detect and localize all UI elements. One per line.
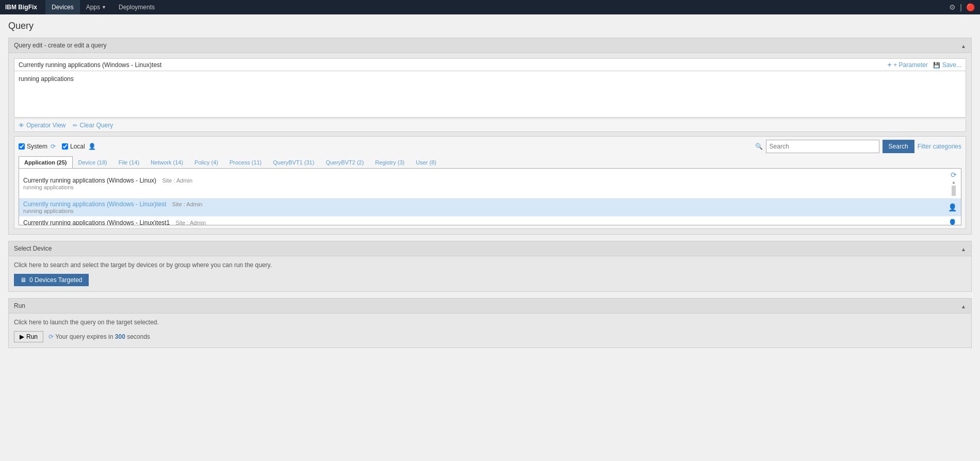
select-device-title: Select Device bbox=[14, 245, 52, 252]
save-icon bbox=[933, 61, 940, 69]
page-content: Query Query edit - create or edit a quer… bbox=[0, 14, 980, 360]
save-button[interactable]: Save... bbox=[933, 61, 961, 69]
search-button[interactable]: Search bbox=[883, 140, 914, 153]
tab-network[interactable]: Network (14) bbox=[145, 156, 189, 168]
run-collapse-icon[interactable] bbox=[961, 302, 966, 310]
page-title: Query bbox=[8, 21, 972, 31]
run-button[interactable]: ▶ Run bbox=[14, 331, 43, 342]
scroll-area bbox=[952, 186, 956, 196]
result-user-icon: 👤 bbox=[948, 203, 957, 211]
app-brand: IBM BigFix bbox=[5, 4, 37, 11]
tab-querybvt1[interactable]: QueryBVT1 (31) bbox=[267, 156, 320, 168]
clear-query-button[interactable]: Clear Query bbox=[73, 122, 113, 129]
search-magnifier-icon: 🔍 bbox=[755, 143, 763, 150]
query-editor-actions: + Parameter Save... bbox=[888, 61, 961, 69]
result-user-icon: 👤 bbox=[948, 219, 957, 225]
local-user-icon: 👤 bbox=[88, 143, 96, 150]
result-content: Currently running applications (Windows … bbox=[23, 201, 203, 214]
separator: | bbox=[960, 3, 962, 11]
search-input[interactable] bbox=[766, 140, 879, 153]
query-editor-title: Currently running applications (Windows … bbox=[19, 61, 161, 69]
select-device-collapse-icon[interactable] bbox=[961, 244, 966, 253]
refresh-icon-small: ⟳ bbox=[48, 333, 54, 340]
search-top: System ⟳ Local 👤 🔍 Search Filte bbox=[19, 140, 961, 153]
expire-seconds: 300 bbox=[115, 333, 125, 340]
run-section: Run Click here to launch the query on th… bbox=[8, 298, 972, 348]
run-expire-info: ⟳ Your query expires in 300 seconds bbox=[48, 333, 150, 340]
result-site: Site : Admin bbox=[162, 177, 192, 184]
query-footer: Operator View Clear Query bbox=[14, 119, 966, 132]
result-name: Currently running applications (Windows … bbox=[23, 177, 156, 184]
tab-user[interactable]: User (8) bbox=[410, 156, 442, 168]
tab-file[interactable]: File (14) bbox=[113, 156, 145, 168]
run-footer: ▶ Run ⟳ Your query expires in 300 second… bbox=[14, 331, 966, 342]
run-description: Click here to launch the query on the ta… bbox=[14, 319, 966, 326]
top-navigation: IBM BigFix Devices Apps ▼ Deployments ⚙ … bbox=[0, 0, 980, 14]
result-content: Currently running applications (Windows … bbox=[23, 219, 206, 226]
result-name: Currently running applications (Windows … bbox=[23, 219, 170, 226]
select-device-section: Select Device Click here to search and s… bbox=[8, 241, 972, 292]
tab-device[interactable]: Device (18) bbox=[73, 156, 113, 168]
query-edit-header: Query edit - create or edit a query bbox=[9, 38, 971, 53]
operator-view-button[interactable]: Operator View bbox=[19, 122, 66, 129]
result-item[interactable]: Currently running applications (Windows … bbox=[19, 217, 961, 225]
select-device-body: Click here to search and select the targ… bbox=[9, 256, 971, 291]
results-list: Currently running applications (Windows … bbox=[19, 169, 961, 225]
result-site: Site : Admin bbox=[172, 201, 203, 207]
query-edit-collapse-icon[interactable] bbox=[961, 41, 966, 50]
search-right: 🔍 Search Filter categories bbox=[755, 140, 961, 153]
parameter-button[interactable]: + Parameter bbox=[888, 61, 928, 69]
pencil-icon bbox=[73, 122, 77, 129]
result-content: Currently running applications (Windows … bbox=[23, 177, 192, 190]
select-device-description: Click here to search and select the targ… bbox=[14, 261, 966, 269]
local-checkbox[interactable]: Local 👤 bbox=[62, 143, 96, 150]
query-edit-section: Query edit - create or edit a query Curr… bbox=[8, 38, 972, 235]
select-device-header: Select Device bbox=[9, 241, 971, 256]
result-item[interactable]: Currently running applications (Windows … bbox=[19, 169, 961, 199]
settings-icon[interactable]: ⚙ bbox=[949, 3, 956, 11]
nav-apps[interactable]: Apps ▼ bbox=[80, 0, 112, 14]
nav-deployments[interactable]: Deployments bbox=[112, 0, 161, 14]
query-edit-title: Query edit - create or edit a query bbox=[14, 42, 106, 49]
scroll-up-ctrl[interactable]: ▲ bbox=[952, 180, 956, 185]
tab-policy[interactable]: Policy (4) bbox=[189, 156, 224, 168]
run-play-icon: ▶ bbox=[20, 333, 24, 340]
category-tabs: Application (25) Device (18) File (14) N… bbox=[19, 156, 961, 169]
nav-right-icons: ⚙ | 🔴 bbox=[949, 3, 975, 11]
result-right: ⟳ ▲ bbox=[951, 171, 957, 196]
result-name: Currently running applications (Windows … bbox=[23, 201, 166, 208]
query-editor-bar: Currently running applications (Windows … bbox=[14, 58, 966, 71]
query-textarea[interactable]: running applications bbox=[14, 71, 966, 118]
plus-icon bbox=[888, 61, 892, 69]
checkbox-group: System ⟳ Local 👤 bbox=[19, 143, 96, 150]
result-refresh-icon: ⟳ bbox=[951, 171, 957, 179]
devices-targeted-button[interactable]: 🖥 0 Devices Targeted bbox=[14, 274, 89, 286]
eye-icon bbox=[19, 122, 24, 129]
system-refresh-icon: ⟳ bbox=[51, 143, 56, 150]
tab-process[interactable]: Process (11) bbox=[224, 156, 267, 168]
tab-application[interactable]: Application (25) bbox=[19, 156, 73, 168]
result-desc: running applications bbox=[23, 208, 203, 214]
run-body: Click here to launch the query on the ta… bbox=[9, 314, 971, 348]
tab-querybvt2[interactable]: QueryBVT2 (2) bbox=[320, 156, 369, 168]
run-title: Run bbox=[14, 302, 25, 309]
result-desc: running applications bbox=[23, 184, 192, 190]
nav-devices[interactable]: Devices bbox=[45, 0, 80, 14]
system-checkbox[interactable]: System ⟳ bbox=[19, 143, 56, 150]
result-right: 👤 ▼ bbox=[948, 219, 957, 225]
result-item[interactable]: Currently running applications (Windows … bbox=[19, 199, 961, 217]
apps-dropdown-icon: ▼ bbox=[102, 0, 106, 14]
tab-registry[interactable]: Registry (3) bbox=[369, 156, 410, 168]
run-header: Run bbox=[9, 299, 971, 314]
monitor-icon: 🖥 bbox=[20, 276, 26, 284]
search-section: System ⟳ Local 👤 🔍 Search Filte bbox=[14, 136, 966, 229]
user-icon[interactable]: 🔴 bbox=[966, 3, 975, 11]
result-site: Site : Admin bbox=[175, 220, 206, 226]
filter-categories-link[interactable]: Filter categories bbox=[918, 143, 961, 150]
query-edit-body: Currently running applications (Windows … bbox=[9, 53, 971, 234]
